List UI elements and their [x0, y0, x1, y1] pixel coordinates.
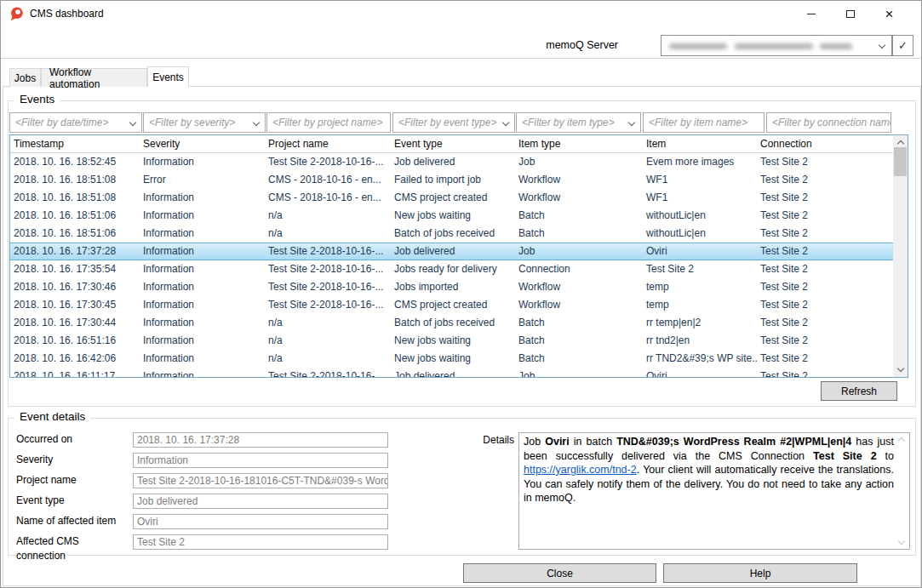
table-cell: Test Site 2	[757, 207, 893, 225]
table-row[interactable]: 2018. 10. 16. 18:51:06Informationn/aBatc…	[10, 225, 893, 243]
table-row[interactable]: 2018. 10. 16. 18:51:08ErrorCMS - 2018-10…	[10, 171, 893, 189]
help-button[interactable]: Help	[663, 563, 857, 583]
table-cell: 2018. 10. 16. 17:30:45	[10, 296, 140, 314]
column-header-severity[interactable]: Severity	[140, 135, 265, 152]
table-row[interactable]: 2018. 10. 16. 17:30:46InformationTest Si…	[10, 278, 893, 296]
minimize-button[interactable]	[792, 1, 830, 26]
details-textbox[interactable]: Job Oviri in batch TND&#039;s WordPress …	[518, 432, 910, 550]
close-icon: ×	[885, 7, 894, 21]
table-cell: Job delivered	[391, 243, 515, 260]
table-cell: Test Site 2	[643, 260, 757, 278]
tab-jobs[interactable]: Jobs	[9, 68, 41, 87]
tab-strip: JobsWorkflow automationEvents	[1, 66, 921, 87]
table-cell: Test Site 2	[757, 368, 893, 377]
table-cell: Batch	[515, 350, 643, 368]
app-window: CMS dashboard × memoQ Server ✓ JobsWorkf…	[0, 0, 922, 588]
table-cell: 2018. 10. 16. 18:51:06	[10, 225, 140, 243]
filter-filter-by-project-name[interactable]: <Filter by project name>	[266, 112, 391, 133]
table-cell: Test Site 2	[757, 314, 893, 332]
table-cell: Information	[140, 225, 265, 243]
table-cell: Failed to import job	[391, 171, 515, 189]
table-row[interactable]: 2018. 10. 16. 18:51:08InformationCMS - 2…	[10, 189, 893, 207]
table-row[interactable]: 2018. 10. 16. 18:52:45InformationTest Si…	[10, 153, 893, 171]
field-value-severity[interactable]: Information	[133, 453, 388, 468]
table-row[interactable]: 2018. 10. 16. 17:30:44Informationn/aBatc…	[10, 314, 893, 332]
column-header-item-type[interactable]: Item type	[515, 135, 643, 152]
scroll-up-icon[interactable]	[898, 437, 905, 444]
table-cell: Test Site 2	[757, 278, 893, 296]
maximize-button[interactable]	[831, 1, 869, 26]
table-cell: 2018. 10. 16. 16:42:06	[10, 350, 140, 368]
table-cell: Test Site 2-2018-10-16-...	[265, 153, 391, 171]
table-row[interactable]: 2018. 10. 16. 16:42:06Informationn/aNew …	[10, 350, 893, 368]
field-value-project-name[interactable]: Test Site 2-2018-10-16-181016-C5T-TND&#0…	[133, 473, 388, 488]
table-cell: 2018. 10. 16. 18:52:45	[10, 153, 140, 171]
filter-filter-by-item-type[interactable]: <Filter by item type>	[516, 112, 641, 133]
table-cell: New jobs waiting	[391, 207, 515, 225]
table-cell: CMS project created	[391, 189, 515, 207]
maximize-icon	[846, 10, 855, 18]
table-scrollbar[interactable]	[893, 135, 908, 377]
table-cell: CMS - 2018-10-16 - en...	[265, 189, 391, 207]
column-header-item[interactable]: Item	[643, 135, 757, 152]
column-header-connection[interactable]: Connection	[757, 135, 893, 152]
server-combobox[interactable]	[661, 35, 892, 56]
table-cell: n/a	[265, 314, 391, 332]
close-button[interactable]: Close	[463, 563, 656, 583]
table-content: TimestampSeverityProject nameEvent typeI…	[10, 135, 893, 377]
filter-filter-by-item-name[interactable]: <Filter by item name>	[643, 112, 765, 133]
table-cell: rr tnd2|en	[643, 332, 757, 350]
table-cell: Evem more images	[643, 153, 757, 171]
table-cell: Test Site 2-2018-10-16-...	[265, 278, 391, 296]
column-header-event-type[interactable]: Event type	[391, 135, 515, 152]
field-value-affected-cms-connection[interactable]: Test Site 2	[133, 534, 388, 550]
separator	[1, 58, 922, 59]
filter-filter-by-severity[interactable]: <Filter by severity>	[143, 112, 266, 133]
chevron-down-icon	[129, 119, 136, 126]
field-value-name-of-affected-item[interactable]: Oviri	[133, 514, 388, 529]
table-cell: Workflow	[515, 189, 643, 207]
server-label: memoQ Server	[478, 35, 618, 55]
tab-events[interactable]: Events	[147, 66, 189, 87]
column-header-project-name[interactable]: Project name	[265, 135, 391, 152]
event-details-group-title: Event details	[14, 410, 90, 423]
table-cell: Job delivered	[391, 153, 515, 171]
field-value-occurred-on[interactable]: 2018. 10. 16. 17:37:28	[133, 432, 388, 448]
table-cell: 2018. 10. 16. 17:30:44	[10, 314, 140, 332]
column-header-timestamp[interactable]: Timestamp	[10, 135, 140, 152]
filter-filter-by-date-time[interactable]: <Filter by date/time>	[9, 112, 142, 133]
table-cell: Test Site 2-2018-10-16-...	[265, 368, 391, 377]
table-row[interactable]: 2018. 10. 16. 17:37:28InformationTest Si…	[10, 243, 893, 260]
field-label-project-name: Project name	[16, 473, 131, 488]
table-cell: New jobs waiting	[391, 350, 515, 368]
table-row[interactable]: 2018. 10. 16. 16:11:17InformationTest Si…	[10, 368, 893, 377]
scroll-down-icon[interactable]	[893, 363, 908, 377]
table-cell: Test Site 2-2018-10-16-...	[265, 243, 391, 260]
table-cell: Information	[140, 207, 265, 225]
details-link[interactable]: https://yarglik.com/tnd-2	[524, 464, 637, 476]
table-row[interactable]: 2018. 10. 16. 16:51:16Informationn/aNew …	[10, 332, 893, 350]
table-cell: Workflow	[515, 296, 643, 314]
table-cell: 2018. 10. 16. 16:51:16	[10, 332, 140, 350]
table-cell: Test Site 2-2018-10-16-...	[265, 260, 391, 278]
tab-workflow-automation[interactable]: Workflow automation	[41, 68, 147, 87]
close-window-button[interactable]: ×	[870, 1, 908, 26]
scrollbar-thumb[interactable]	[894, 147, 907, 176]
table-cell: n/a	[265, 350, 391, 368]
table-cell: Information	[140, 368, 265, 377]
filter-filter-by-connection-name[interactable]: <Filter by connection name>	[766, 112, 891, 133]
filter-filter-by-event-type[interactable]: <Filter by event type>	[392, 112, 515, 133]
minimize-icon	[807, 14, 816, 14]
field-value-event-type[interactable]: Job delivered	[133, 494, 388, 509]
events-group-title: Events	[14, 93, 60, 106]
table-row[interactable]: 2018. 10. 16. 18:51:06Informationn/aNew …	[10, 207, 893, 225]
table-cell: New jobs waiting	[391, 332, 515, 350]
chevron-down-icon	[253, 119, 260, 126]
table-cell: CMS - 2018-10-16 - en...	[265, 171, 391, 189]
refresh-button[interactable]: Refresh	[821, 381, 897, 401]
table-row[interactable]: 2018. 10. 16. 17:30:45InformationTest Si…	[10, 296, 893, 314]
scroll-down-icon[interactable]	[898, 538, 905, 545]
table-row[interactable]: 2018. 10. 16. 17:35:54InformationTest Si…	[10, 260, 893, 278]
server-confirm-button[interactable]: ✓	[892, 35, 913, 56]
table-cell: Workflow	[515, 278, 643, 296]
